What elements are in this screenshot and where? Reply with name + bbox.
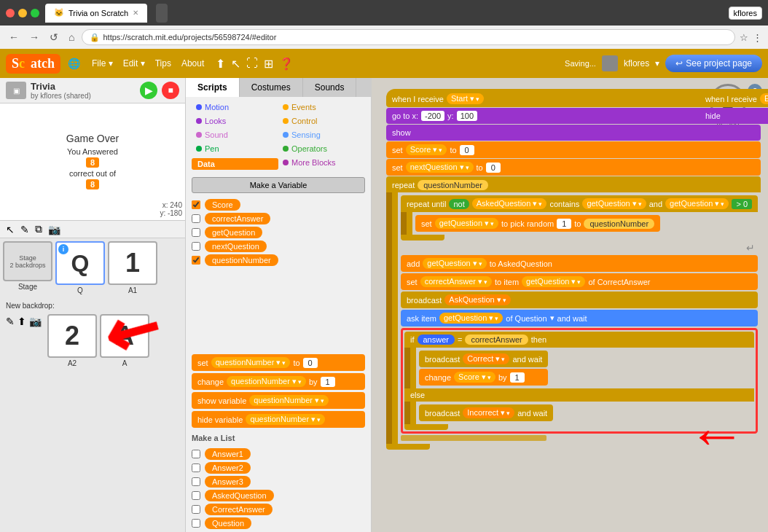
tips-menu[interactable]: Tips — [151, 55, 176, 71]
back-button[interactable]: ← — [6, 30, 22, 44]
add-getq-block[interactable]: add getQuestion ▾ to AskedQuestion — [401, 255, 758, 272]
change-score-block[interactable]: change Score ▾ by 1 — [419, 369, 548, 386]
var-correct-badge[interactable]: correctAnswer — [205, 213, 270, 224]
cat-moreblocks[interactable]: More Blocks — [278, 157, 365, 168]
list-answer2-check[interactable] — [192, 463, 200, 472]
tab-sounds[interactable]: Sounds — [303, 78, 357, 97]
minimize-button[interactable] — [18, 9, 27, 17]
set-correct-block[interactable]: set correctAnswer ▾ to item getQuestion … — [401, 273, 758, 290]
ask-block[interactable]: ask item getQuestion ▾ of Question ▾ and… — [401, 310, 758, 326]
if-top[interactable]: if answer = correctAnswer then — [404, 332, 754, 348]
bookmark-icon[interactable]: ☆ — [740, 32, 748, 43]
list-answer1-check[interactable] — [192, 450, 200, 458]
show-var-block[interactable]: show variable questionNumber ▾ — [192, 392, 365, 409]
cat-operators[interactable]: Operators — [278, 143, 365, 154]
list-answer3-badge[interactable]: Answer3 — [205, 476, 251, 488]
file-menu[interactable]: File ▾ — [87, 55, 117, 71]
new-tab-button[interactable] — [156, 4, 168, 23]
coordinates-display: x: 240 y: -180 — [160, 201, 182, 217]
camera-backdrop-icon[interactable]: 📷 — [29, 316, 42, 369]
var-qnum-check[interactable] — [192, 256, 200, 265]
hide-var-block[interactable]: hide variable questionNumber ▾ — [192, 411, 365, 428]
list-question-badge[interactable]: Question — [205, 517, 251, 529]
cat-motion[interactable]: Motion — [192, 101, 278, 113]
maximize-button[interactable] — [31, 9, 39, 17]
make-variable-button[interactable]: Make a Variable — [192, 177, 365, 193]
sprite-item-q[interactable]: i Q Q — [55, 241, 105, 294]
expand-icon[interactable]: ⛶ — [246, 57, 258, 71]
set-score-block[interactable]: set Score ▾ to 0 — [386, 141, 761, 158]
help-icon[interactable]: ❓ — [279, 57, 294, 71]
partial-block — [401, 435, 546, 441]
close-button[interactable] — [6, 9, 15, 17]
cat-control[interactable]: Control — [278, 115, 365, 127]
set-nextq-block[interactable]: set nextQuestion ▾ to 0 — [386, 159, 761, 176]
see-project-button[interactable]: ↩ See project page — [665, 55, 762, 72]
var-correct-check[interactable] — [192, 214, 200, 223]
upload-icon[interactable]: ⬆ — [216, 57, 225, 71]
upload-backdrop-icon[interactable]: ⬆ — [17, 316, 26, 369]
sprite-item-a2[interactable]: 2 A2 — [47, 314, 97, 367]
brush-tool[interactable]: ✎ — [20, 224, 29, 235]
hide-block[interactable]: hide — [700, 108, 768, 124]
list-answer3-check[interactable] — [192, 477, 200, 486]
sprite-thumb-a1: 1 — [108, 241, 157, 285]
repeat-until-top[interactable]: repeat until not AskedQuestion ▾ contain… — [401, 195, 758, 212]
camera-tool[interactable]: 📷 — [48, 224, 60, 235]
broadcast-correct-block[interactable]: broadcast Correct ▾ and wait — [419, 351, 548, 367]
about-menu[interactable]: About — [177, 55, 208, 71]
var-getq-badge[interactable]: getQuestion — [205, 227, 262, 238]
browser-tab[interactable]: 🐱 Trivia on Scratch ✕ — [45, 4, 147, 23]
address-bar[interactable]: 🔒 https://scratch.mit.edu/projects/56598… — [82, 29, 735, 45]
stage-backdrop-item[interactable]: Stage2 backdrops Stage — [3, 241, 52, 294]
tab-close-icon[interactable]: ✕ — [133, 9, 138, 17]
tab-costumes[interactable]: Costumes — [240, 78, 303, 97]
list-answer2-badge[interactable]: Answer2 — [205, 462, 251, 474]
cat-pen[interactable]: Pen — [192, 143, 278, 154]
broadcast-incorrect-block[interactable]: broadcast Incorrect ▾ and wait — [419, 404, 553, 421]
cursor-tool[interactable]: ↖ — [6, 224, 15, 235]
list-correct-badge[interactable]: CorrectAnswer — [205, 504, 273, 515]
cat-looks[interactable]: Looks — [192, 115, 278, 127]
green-flag-button[interactable]: ▶ — [140, 82, 157, 99]
var-score-badge[interactable]: Score — [205, 199, 240, 211]
cursor-icon[interactable]: ↖ — [231, 57, 240, 71]
globe-icon[interactable]: 🌐 — [68, 58, 80, 69]
reload-button[interactable]: ↺ — [47, 30, 61, 44]
list-correct-check[interactable] — [192, 505, 200, 514]
collapse-icon[interactable]: ⊞ — [264, 57, 273, 71]
dropdown-icon[interactable]: ▾ — [655, 58, 659, 69]
sprite-item-a1[interactable]: 1 A1 — [108, 241, 157, 294]
sprite-item-a[interactable]: A A — [100, 314, 149, 367]
var-nextq-badge[interactable]: nextQuestion — [205, 240, 267, 252]
paint-icon[interactable]: ✎ — [6, 316, 15, 369]
var-nextq-check[interactable] — [192, 242, 200, 251]
home-button[interactable]: ⌂ — [66, 30, 77, 44]
list-asked-badge[interactable]: AskedQuestion — [205, 490, 274, 501]
copy-tool[interactable]: ⧉ — [35, 223, 42, 235]
var-qnum-badge[interactable]: questionNumber — [205, 254, 278, 266]
list-answer1-badge[interactable]: Answer1 — [205, 448, 251, 460]
var-getq-check[interactable] — [192, 228, 200, 237]
repeat-block-top[interactable]: repeat questionNumber — [386, 176, 761, 192]
when-receive-end[interactable]: when I receive End ▾ — [700, 89, 768, 107]
list-question-check[interactable] — [192, 519, 200, 528]
panel-tabs: Scripts Costumes Sounds — [186, 78, 371, 97]
broadcast-askq-block[interactable]: broadcast AskQuestion ▾ — [401, 292, 758, 308]
edit-menu[interactable]: Edit ▾ — [119, 55, 149, 71]
list-asked-check[interactable] — [192, 491, 200, 500]
forward-button[interactable]: → — [26, 30, 42, 44]
cat-data[interactable]: Data — [192, 158, 278, 170]
stop-button[interactable]: ■ — [162, 82, 179, 99]
correct-out-of-text: correct out of — [66, 169, 119, 178]
cat-sensing[interactable]: Sensing — [278, 129, 365, 141]
menu-icon[interactable]: ⋮ — [753, 32, 762, 43]
cat-sound[interactable]: Sound — [192, 129, 278, 141]
set-questionnumber-block[interactable]: set questionNumber ▾ to 0 — [192, 354, 365, 371]
cat-events[interactable]: Events — [278, 101, 365, 113]
var-score-check[interactable] — [192, 200, 200, 209]
set-getq-block[interactable]: set getQuestion ▾ to pick random 1 to qu… — [415, 215, 660, 232]
tab-scripts[interactable]: Scripts — [186, 78, 240, 97]
show-block[interactable]: show — [386, 125, 761, 141]
change-questionnumber-block[interactable]: change questionNumber ▾ by 1 — [192, 373, 365, 390]
